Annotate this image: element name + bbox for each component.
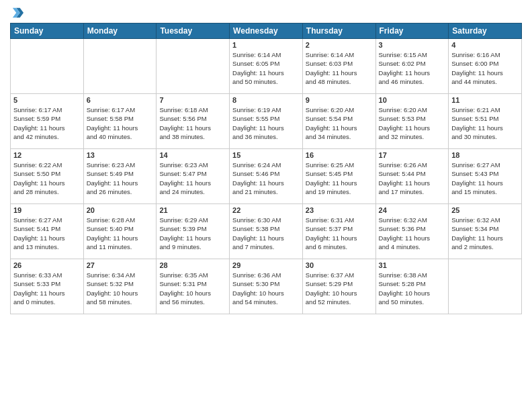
day-info: Sunrise: 6:23 AM Sunset: 5:47 PM Dayligh… [159, 161, 226, 196]
day-info: Sunrise: 6:36 AM Sunset: 5:30 PM Dayligh… [232, 271, 300, 306]
main-container: Sunday Monday Tuesday Wednesday Thursday… [0, 0, 532, 318]
day-number: 20 [87, 206, 154, 214]
day-info: Sunrise: 6:35 AM Sunset: 5:31 PM Dayligh… [159, 271, 226, 306]
table-row: 11Sunrise: 6:21 AM Sunset: 5:51 PM Dayli… [449, 94, 522, 149]
day-number: 27 [87, 261, 154, 269]
day-number: 26 [13, 261, 81, 269]
table-row: 3Sunrise: 6:15 AM Sunset: 6:02 PM Daylig… [375, 39, 449, 94]
day-info: Sunrise: 6:14 AM Sunset: 6:05 PM Dayligh… [232, 50, 300, 86]
header-thursday: Thursday [302, 24, 375, 39]
day-number: 21 [159, 206, 226, 214]
day-info: Sunrise: 6:37 AM Sunset: 5:29 PM Dayligh… [306, 271, 373, 306]
table-row: 9Sunrise: 6:20 AM Sunset: 5:54 PM Daylig… [302, 94, 375, 149]
table-row: 15Sunrise: 6:24 AM Sunset: 5:46 PM Dayli… [230, 149, 303, 204]
day-number: 18 [451, 151, 519, 159]
day-info: Sunrise: 6:33 AM Sunset: 5:33 PM Dayligh… [13, 271, 81, 306]
table-row: 21Sunrise: 6:29 AM Sunset: 5:39 PM Dayli… [157, 204, 230, 259]
day-info: Sunrise: 6:25 AM Sunset: 5:45 PM Dayligh… [306, 161, 373, 196]
day-info: Sunrise: 6:21 AM Sunset: 5:51 PM Dayligh… [451, 105, 519, 141]
day-number: 4 [451, 41, 519, 49]
table-row: 22Sunrise: 6:30 AM Sunset: 5:38 PM Dayli… [230, 204, 303, 259]
table-row: 8Sunrise: 6:19 AM Sunset: 5:55 PM Daylig… [230, 94, 303, 149]
table-row: 26Sunrise: 6:33 AM Sunset: 5:33 PM Dayli… [11, 259, 84, 314]
header-tuesday: Tuesday [157, 24, 230, 39]
calendar-week-row: 5Sunrise: 6:17 AM Sunset: 5:59 PM Daylig… [11, 94, 522, 149]
table-row: 16Sunrise: 6:25 AM Sunset: 5:45 PM Dayli… [302, 149, 375, 204]
day-number: 25 [451, 206, 519, 214]
table-row: 18Sunrise: 6:27 AM Sunset: 5:43 PM Dayli… [449, 149, 522, 204]
day-number: 8 [232, 96, 300, 104]
day-number: 22 [232, 206, 300, 214]
table-row: 28Sunrise: 6:35 AM Sunset: 5:31 PM Dayli… [157, 259, 230, 314]
day-number: 12 [13, 151, 81, 159]
day-info: Sunrise: 6:17 AM Sunset: 5:59 PM Dayligh… [13, 105, 81, 141]
table-row: 1Sunrise: 6:14 AM Sunset: 6:05 PM Daylig… [230, 39, 303, 94]
day-info: Sunrise: 6:18 AM Sunset: 5:56 PM Dayligh… [159, 105, 226, 141]
day-info: Sunrise: 6:24 AM Sunset: 5:46 PM Dayligh… [232, 161, 300, 196]
logo-icon [11, 7, 24, 19]
header-sunday: Sunday [11, 24, 84, 39]
table-row: 30Sunrise: 6:37 AM Sunset: 5:29 PM Dayli… [302, 259, 375, 314]
day-number: 30 [306, 261, 373, 269]
day-number: 31 [379, 261, 446, 269]
day-number: 14 [159, 151, 226, 159]
day-info: Sunrise: 6:27 AM Sunset: 5:43 PM Dayligh… [451, 161, 519, 196]
day-number: 19 [13, 206, 81, 214]
day-number: 6 [87, 96, 154, 104]
table-row: 2Sunrise: 6:14 AM Sunset: 6:03 PM Daylig… [302, 39, 375, 94]
table-row: 29Sunrise: 6:36 AM Sunset: 5:30 PM Dayli… [230, 259, 303, 314]
table-row: 31Sunrise: 6:38 AM Sunset: 5:28 PM Dayli… [375, 259, 449, 314]
table-row: 7Sunrise: 6:18 AM Sunset: 5:56 PM Daylig… [157, 94, 230, 149]
day-info: Sunrise: 6:16 AM Sunset: 6:00 PM Dayligh… [451, 50, 519, 86]
day-number: 2 [306, 41, 373, 49]
table-row: 5Sunrise: 6:17 AM Sunset: 5:59 PM Daylig… [11, 94, 84, 149]
day-info: Sunrise: 6:34 AM Sunset: 5:32 PM Dayligh… [87, 271, 154, 306]
day-number: 17 [379, 151, 446, 159]
day-number: 11 [451, 96, 519, 104]
day-info: Sunrise: 6:28 AM Sunset: 5:40 PM Dayligh… [87, 216, 154, 251]
table-row: 4Sunrise: 6:16 AM Sunset: 6:00 PM Daylig… [449, 39, 522, 94]
table-row: 20Sunrise: 6:28 AM Sunset: 5:40 PM Dayli… [83, 204, 157, 259]
table-row: 12Sunrise: 6:22 AM Sunset: 5:50 PM Dayli… [11, 149, 84, 204]
header-monday: Monday [83, 24, 157, 39]
day-number: 10 [379, 96, 446, 104]
day-info: Sunrise: 6:30 AM Sunset: 5:38 PM Dayligh… [232, 216, 300, 251]
calendar-table: Sunday Monday Tuesday Wednesday Thursday… [10, 23, 522, 314]
day-info: Sunrise: 6:23 AM Sunset: 5:49 PM Dayligh… [87, 161, 154, 196]
day-info: Sunrise: 6:22 AM Sunset: 5:50 PM Dayligh… [13, 161, 81, 196]
day-info: Sunrise: 6:32 AM Sunset: 5:34 PM Dayligh… [451, 216, 519, 251]
day-info: Sunrise: 6:27 AM Sunset: 5:41 PM Dayligh… [13, 216, 81, 251]
calendar-week-row: 19Sunrise: 6:27 AM Sunset: 5:41 PM Dayli… [11, 204, 522, 259]
table-row: 10Sunrise: 6:20 AM Sunset: 5:53 PM Dayli… [375, 94, 449, 149]
day-info: Sunrise: 6:26 AM Sunset: 5:44 PM Dayligh… [379, 161, 446, 196]
table-row: 24Sunrise: 6:32 AM Sunset: 5:36 PM Dayli… [375, 204, 449, 259]
day-number: 23 [306, 206, 373, 214]
day-info: Sunrise: 6:19 AM Sunset: 5:55 PM Dayligh… [232, 105, 300, 141]
table-row [157, 39, 230, 94]
day-number: 9 [306, 96, 373, 104]
day-number: 13 [87, 151, 154, 159]
logo [10, 7, 24, 19]
day-info: Sunrise: 6:17 AM Sunset: 5:58 PM Dayligh… [87, 105, 154, 141]
day-number: 29 [232, 261, 300, 269]
header-friday: Friday [375, 24, 449, 39]
day-number: 15 [232, 151, 300, 159]
day-info: Sunrise: 6:20 AM Sunset: 5:53 PM Dayligh… [379, 105, 446, 141]
header-saturday: Saturday [449, 24, 522, 39]
calendar-week-row: 12Sunrise: 6:22 AM Sunset: 5:50 PM Dayli… [11, 149, 522, 204]
calendar-week-row: 1Sunrise: 6:14 AM Sunset: 6:05 PM Daylig… [11, 39, 522, 94]
table-row [11, 39, 84, 94]
header-wednesday: Wednesday [230, 24, 303, 39]
table-row: 6Sunrise: 6:17 AM Sunset: 5:58 PM Daylig… [83, 94, 157, 149]
table-row: 23Sunrise: 6:31 AM Sunset: 5:37 PM Dayli… [302, 204, 375, 259]
day-number: 24 [379, 206, 446, 214]
day-number: 3 [379, 41, 446, 49]
day-info: Sunrise: 6:15 AM Sunset: 6:02 PM Dayligh… [379, 50, 446, 86]
header [10, 7, 522, 19]
table-row: 17Sunrise: 6:26 AM Sunset: 5:44 PM Dayli… [375, 149, 449, 204]
table-row [83, 39, 157, 94]
day-info: Sunrise: 6:14 AM Sunset: 6:03 PM Dayligh… [306, 50, 373, 86]
table-row [449, 259, 522, 314]
calendar-week-row: 26Sunrise: 6:33 AM Sunset: 5:33 PM Dayli… [11, 259, 522, 314]
weekday-header-row: Sunday Monday Tuesday Wednesday Thursday… [11, 24, 522, 39]
